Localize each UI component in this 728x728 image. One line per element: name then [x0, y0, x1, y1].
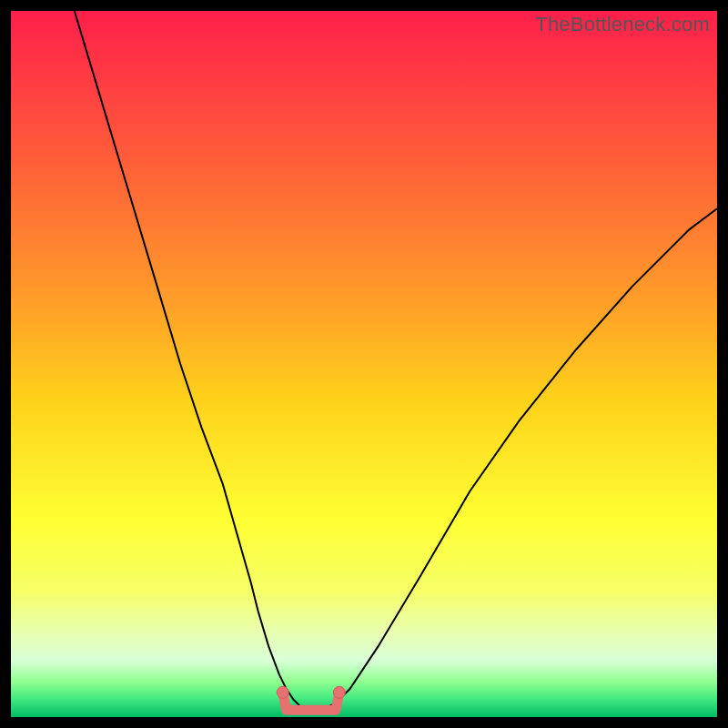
chart-background — [11, 11, 717, 717]
chart-frame: TheBottleneck.com — [0, 0, 728, 728]
bottleneck-chart — [11, 11, 717, 717]
right-endpoint-dot — [333, 686, 345, 698]
left-endpoint-dot — [277, 686, 288, 698]
watermark-text: TheBottleneck.com — [535, 13, 710, 36]
